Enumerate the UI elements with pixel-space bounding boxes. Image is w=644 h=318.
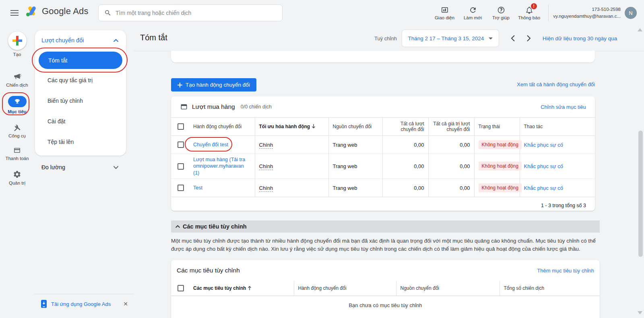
show-data-link[interactable]: Hiện dữ liệu trong 30 ngày qua <box>543 35 617 42</box>
prev-period-button[interactable] <box>505 30 521 46</box>
view-all-conversion-actions-link[interactable]: Xem tất cả hành động chuyển đổi <box>171 81 595 87</box>
optimization-value[interactable]: Chính <box>259 142 273 149</box>
purchases-card: Lượt mua hàng 0/0 chiến dịch Chỉnh sửa m… <box>171 96 595 211</box>
subnav-item-summary[interactable]: Tóm tắt <box>39 52 122 69</box>
conversion-action-link[interactable]: Test <box>193 185 202 191</box>
notifications-label: Thông báo <box>518 15 540 20</box>
all-conversions-value: 0,00 <box>382 154 428 179</box>
refresh-button[interactable]: Làm mới <box>459 6 487 20</box>
subnav-section-measurement[interactable]: Đo lường <box>35 160 126 174</box>
subnav-item-uploads[interactable]: Tệp tải lên <box>35 131 126 152</box>
app-promo-link[interactable]: Tải ứng dụng Google Ads <box>51 301 111 307</box>
collapse-chevron-icon <box>175 225 180 228</box>
source-value: Trang web <box>328 154 382 179</box>
custom-goals-section-toggle[interactable]: Các mục tiêu tùy chỉnh <box>171 220 600 233</box>
subnav-item-settings[interactable]: Cài đặt <box>35 111 126 131</box>
tools-label: Công cụ <box>0 133 34 138</box>
subnav-item-custom-variables[interactable]: Biến tùy chỉnh <box>35 90 126 111</box>
add-custom-goal-link[interactable]: Thêm mục tiêu tùy chỉnh <box>537 268 594 274</box>
subnav-section-conversions[interactable]: Lượt chuyển đổi <box>35 31 126 50</box>
col-total-campaigns[interactable]: Tổng số chiến dịch <box>500 281 600 295</box>
col-conversion-action[interactable]: Hành động chuyển đổi <box>189 118 255 136</box>
credit-card-icon <box>13 147 21 154</box>
col-optimization[interactable]: Tối ưu hóa hành động <box>255 118 328 136</box>
logo-text: Google Ads <box>42 6 89 17</box>
sidebar-item-campaigns[interactable]: Chiến dịch <box>0 73 34 87</box>
edit-goal-link[interactable]: Chỉnh sửa mục tiêu <box>541 104 586 110</box>
col-all-conversions[interactable]: Tất cả lượt chuyển đổi <box>382 118 428 136</box>
avatar[interactable]: N <box>625 7 637 19</box>
select-all-checkbox[interactable] <box>178 285 184 291</box>
scrollbar-down-arrow[interactable] <box>638 311 642 314</box>
all-conversions-value: 0,00 <box>382 179 428 197</box>
appearance-button[interactable]: Giao diện <box>431 6 459 20</box>
scrollbar-thumb[interactable] <box>638 131 643 257</box>
status-badge: Không hoạt động <box>479 140 522 149</box>
row-checkbox[interactable] <box>178 141 184 148</box>
table-header-row: Hành động chuyển đổi Tối ưu hóa hành độn… <box>171 118 595 136</box>
col-all-conv-value[interactable]: Tất cả giá trị lượt chuyển đổi <box>428 118 474 136</box>
col-source[interactable]: Nguồn chuyển đổi <box>328 118 382 136</box>
next-period-button[interactable] <box>521 30 537 46</box>
sidebar-item-goals[interactable]: Mục tiêu <box>0 96 34 114</box>
scrollbar-up-arrow[interactable] <box>638 28 642 31</box>
account-email: vy.nguyendamthuy@haravan.c... <box>553 13 621 20</box>
sidebar-item-create[interactable]: Tạo <box>0 31 34 57</box>
google-ads-logo-icon <box>26 6 38 17</box>
refresh-icon <box>469 6 477 14</box>
custom-goals-description: Một mục tiêu tùy chỉnh được tạo thành từ… <box>171 237 599 254</box>
status-badge: Không hoạt động <box>479 162 522 170</box>
megaphone-icon <box>13 73 22 81</box>
search-input[interactable] <box>116 10 277 16</box>
help-label: Trợ giúp <box>492 15 510 20</box>
menu-icon[interactable] <box>10 10 19 16</box>
topbar-divider <box>548 4 549 21</box>
close-icon[interactable]: ✕ <box>123 301 128 307</box>
all-conv-value: 0,00 <box>428 136 474 154</box>
table-row: Lượt mua hàng (Tải tra omnipower.myharav… <box>171 154 595 179</box>
col-source[interactable]: Nguồn chuyển đổi <box>396 281 500 295</box>
sidebar-item-admin[interactable]: Quản trị <box>0 170 34 185</box>
table-row: Test Chính Trang web 0,00 0,00 Không hoạ… <box>171 179 595 197</box>
measurement-label: Đo lường <box>41 164 65 170</box>
help-button[interactable]: Trợ giúp <box>487 6 515 20</box>
empty-state-message: Bạn chưa có mục tiêu tùy chỉnh <box>171 296 600 314</box>
col-conversion-actions[interactable]: Hành động chuyển đổi <box>294 281 396 295</box>
fix-issue-link[interactable]: Khắc phục sự cố <box>524 142 564 148</box>
chevron-right-icon <box>526 35 531 42</box>
table-row: Chuyển đổi test Chính Trang web 0,00 0,0… <box>171 136 595 154</box>
fix-issue-link[interactable]: Khắc phục sự cố <box>524 163 564 169</box>
billing-label: Thanh toán <box>0 156 34 161</box>
tools-icon <box>13 123 21 131</box>
row-checkbox[interactable] <box>178 163 184 170</box>
chevron-left-icon <box>510 35 515 42</box>
col-status[interactable]: Trạng thái <box>474 118 520 136</box>
optimization-value[interactable]: Chính <box>259 185 273 192</box>
col-actions[interactable]: Thao tác <box>520 118 595 136</box>
purchases-icon <box>180 103 188 110</box>
sidebar-item-tools[interactable]: Công cụ <box>0 123 34 138</box>
date-range-picker[interactable]: Tháng 2 17 – Tháng 3 15, 2024 <box>402 29 499 47</box>
select-all-checkbox[interactable] <box>178 123 184 130</box>
sidebar-item-billing[interactable]: Thanh toán <box>0 147 34 161</box>
help-icon <box>497 6 505 14</box>
admin-label: Quản trị <box>0 181 34 185</box>
conversions-subnav: Lượt chuyển đổi Tóm tắt Các quy tắc giá … <box>35 30 126 156</box>
source-value: Trang web <box>328 136 382 154</box>
notifications-button[interactable]: ! Thông báo <box>515 6 543 20</box>
custom-goals-banner-title: Các mục tiêu tùy chỉnh <box>183 223 247 230</box>
conversion-actions-table: Hành động chuyển đổi Tối ưu hóa hành độn… <box>171 117 595 197</box>
conversion-action-link[interactable]: Lượt mua hàng (Tải tra omnipower.myharav… <box>193 157 245 176</box>
search-box[interactable] <box>98 4 283 21</box>
row-checkbox[interactable] <box>178 185 184 191</box>
notification-badge: ! <box>531 3 537 9</box>
optimization-value[interactable]: Chính <box>259 163 273 170</box>
fix-issue-link[interactable]: Khắc phục sự cố <box>524 185 564 191</box>
custom-goals-table: Các mục tiêu tùy chỉnh Hành động chuyển … <box>171 281 600 296</box>
subnav-item-value-rules[interactable]: Các quy tắc giá trị <box>35 70 126 90</box>
custom-goals-card-title: Các mục tiêu tùy chỉnh <box>177 267 240 274</box>
trophy-icon <box>14 98 21 105</box>
appearance-icon <box>441 6 449 14</box>
conversion-action-link[interactable]: Chuyển đổi test <box>193 142 228 148</box>
col-custom-goals[interactable]: Các mục tiêu tùy chỉnh <box>189 281 294 295</box>
